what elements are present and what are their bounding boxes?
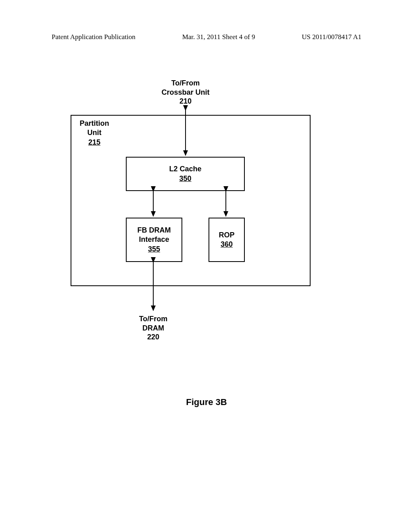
bottom-label-line1: To/From	[139, 315, 168, 323]
rop-num: 360	[209, 240, 244, 249]
header-right: US 2011/0078417 A1	[302, 33, 361, 41]
partition-unit-box: Partition Unit 215 L2 Cache 350 FB DRAM …	[71, 115, 311, 286]
l2-num: 350	[127, 174, 244, 183]
fb-num: 355	[127, 245, 181, 254]
partition-line1: Partition	[79, 119, 109, 127]
top-label-line1: To/From	[171, 79, 200, 87]
fb-line1: FB DRAM	[127, 226, 181, 235]
top-external-label: To/From Crossbar Unit 210	[145, 79, 226, 106]
header-left: Patent Application Publication	[52, 33, 136, 41]
rop-box: ROP 360	[209, 218, 245, 262]
l2-name: L2 Cache	[127, 164, 244, 174]
partition-line2: Unit	[88, 129, 102, 137]
bottom-label-line2: DRAM	[142, 324, 164, 332]
partition-num: 215	[88, 138, 100, 146]
fb-line2: Interface	[127, 235, 181, 244]
fb-dram-interface-box: FB DRAM Interface 355	[126, 218, 182, 262]
rop-name: ROP	[209, 231, 244, 240]
page-header: Patent Application Publication Mar. 31, …	[0, 33, 413, 41]
header-center: Mar. 31, 2011 Sheet 4 of 9	[182, 33, 255, 41]
partition-unit-label: Partition Unit 215	[76, 119, 113, 147]
bottom-external-label: To/From DRAM 220	[127, 314, 179, 342]
l2-cache-box: L2 Cache 350	[126, 157, 245, 191]
top-label-line3: 210	[179, 97, 192, 105]
bottom-label-line3: 220	[147, 333, 159, 341]
top-label-line2: Crossbar Unit	[161, 88, 209, 96]
figure-caption: Figure 3B	[0, 397, 413, 407]
